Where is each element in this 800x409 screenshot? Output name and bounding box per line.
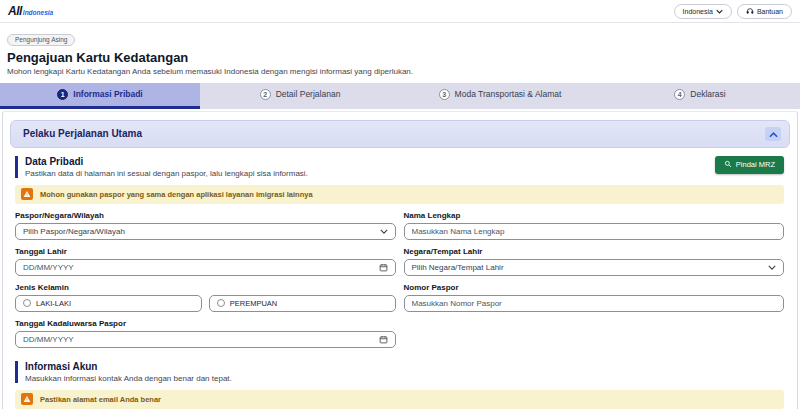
personal-data-subtitle: Pastikan data di halaman ini sesuai deng… [25, 169, 308, 178]
field-label: Nama Lengkap [404, 211, 785, 220]
page-title: Pengajuan Kartu Kedatangan [7, 50, 793, 65]
magnifier-icon [724, 160, 732, 170]
step-label: Informasi Pribadi [73, 89, 142, 99]
personal-data-body: Data Pribadi Pastikan data di halaman in… [3, 148, 797, 409]
visitor-type-badge: Pengunjung Asing [7, 34, 75, 46]
scan-mrz-button[interactable]: Pindai MRZ [715, 156, 784, 174]
account-info-heading: Informasi Akun Masukkan informasi kontak… [15, 361, 784, 383]
radio-icon [23, 299, 31, 307]
select-placeholder: Pilih Negara/Tempat Lahir [412, 263, 769, 272]
field-birth-country: Negara/Tempat Lahir Pilih Negara/Tempat … [404, 247, 785, 276]
passport-expiry-control [15, 331, 396, 348]
field-birth-date: Tanggal Lahir [15, 247, 396, 276]
warning-icon [21, 188, 33, 200]
logo-text-primary: All [8, 5, 22, 17]
tab-moda-transportasi-alamat[interactable]: 3 Moda Transportasi & Alamat [400, 83, 600, 109]
birth-date-control [15, 259, 396, 276]
field-label: Tanggal Kadaluwarsa Paspor [15, 319, 396, 328]
traveler-section-header[interactable]: Pelaku Perjalanan Utama [10, 120, 790, 148]
passport-warning-banner: Mohon gunakan paspor yang sama dengan ap… [15, 185, 784, 204]
step-number: 1 [57, 89, 68, 100]
passport-number-control [404, 295, 785, 312]
chevron-down-icon [380, 229, 388, 234]
chevron-down-icon [716, 9, 723, 14]
help-label: Bantuan [757, 8, 783, 15]
scan-mrz-label: Pindai MRZ [736, 160, 775, 169]
step-label: Detail Perjalanan [276, 89, 341, 99]
tab-detail-perjalanan[interactable]: 2 Detail Perjalanan [200, 83, 400, 109]
headset-icon [746, 7, 754, 15]
step-number: 2 [260, 89, 271, 100]
gender-option-male[interactable]: LAKI-LAKI [15, 295, 202, 312]
radio-icon [217, 299, 225, 307]
page-subtitle: Mohon lengkapi Kartu Kedatangan Anda seb… [7, 67, 793, 76]
page-head: Pengunjung Asing Pengajuan Kartu Kedatan… [0, 23, 800, 80]
field-passport-country: Paspor/Negara/Wilayah Pilih Paspor/Negar… [15, 211, 396, 240]
grid-spacer [404, 319, 785, 348]
select-placeholder: Pilih Paspor/Negara/Wilayah [23, 227, 380, 236]
field-label: Tanggal Lahir [15, 247, 396, 256]
step-number: 3 [439, 89, 450, 100]
full-name-input[interactable] [412, 227, 777, 236]
main-form-card: Pelaku Perjalanan Utama Data Pribadi Pas… [2, 111, 798, 409]
radio-label: PEREMPUAN [230, 299, 278, 308]
passport-expiry-input[interactable] [23, 335, 379, 344]
header-actions: Indonesia Bantuan [674, 4, 792, 19]
app-header: All Indonesia Indonesia Bantuan [0, 0, 800, 23]
passport-warning-text: Mohon gunakan paspor yang sama dengan ap… [40, 190, 313, 199]
personal-data-heading: Data Pribadi Pastikan data di halaman in… [15, 156, 308, 178]
field-passport-expiry: Tanggal Kadaluwarsa Paspor [15, 319, 396, 348]
chevron-up-icon [769, 126, 778, 141]
help-button[interactable]: Bantuan [737, 4, 792, 19]
step-number: 4 [674, 89, 685, 100]
tab-informasi-pribadi[interactable]: 1 Informasi Pribadi [0, 83, 200, 109]
collapse-section-button[interactable] [765, 127, 781, 141]
account-info-title: Informasi Akun [25, 361, 784, 372]
step-label: Moda Transportasi & Alamat [455, 89, 562, 99]
personal-data-header-row: Data Pribadi Pastikan data di halaman in… [15, 156, 784, 178]
full-name-control [404, 223, 785, 240]
warning-icon [21, 393, 33, 405]
step-label: Deklarasi [690, 89, 725, 99]
birth-country-select[interactable]: Pilih Negara/Tempat Lahir [404, 259, 785, 276]
tab-deklarasi[interactable]: 4 Deklarasi [600, 83, 800, 109]
field-full-name: Nama Lengkap [404, 211, 785, 240]
language-label: Indonesia [683, 8, 713, 15]
email-warning-banner: Pastikan alamat email Anda benar [15, 390, 784, 409]
stepper: 1 Informasi Pribadi 2 Detail Perjalanan … [0, 83, 800, 109]
traveler-section-title: Pelaku Perjalanan Utama [23, 128, 142, 139]
personal-data-form: Paspor/Negara/Wilayah Pilih Paspor/Negar… [15, 211, 784, 348]
radio-label: LAKI-LAKI [36, 299, 71, 308]
field-gender: Jenis Kelamin LAKI-LAKI PEREMPUAN [15, 283, 396, 312]
birth-date-input[interactable] [23, 263, 379, 272]
account-info-subtitle: Masukkan informasi kontak Anda dengan be… [25, 374, 784, 383]
field-label: Jenis Kelamin [15, 283, 396, 292]
personal-data-title: Data Pribadi [25, 156, 308, 167]
field-label: Negara/Tempat Lahir [404, 247, 785, 256]
field-label: Paspor/Negara/Wilayah [15, 211, 396, 220]
gender-options: LAKI-LAKI PEREMPUAN [15, 295, 396, 312]
account-info-section: Informasi Akun Masukkan informasi kontak… [15, 361, 784, 409]
gender-option-female[interactable]: PEREMPUAN [209, 295, 396, 312]
passport-country-select[interactable]: Pilih Paspor/Negara/Wilayah [15, 223, 396, 240]
field-passport-number: Nomor Paspor [404, 283, 785, 312]
logo-text-secondary: Indonesia [23, 10, 53, 17]
calendar-icon[interactable] [379, 263, 388, 272]
email-warning-text: Pastikan alamat email Anda benar [40, 395, 161, 404]
calendar-icon[interactable] [379, 335, 388, 344]
field-label: Nomor Paspor [404, 283, 785, 292]
chevron-down-icon [768, 265, 776, 270]
passport-number-input[interactable] [412, 299, 777, 308]
language-selector[interactable]: Indonesia [674, 4, 732, 19]
app-logo[interactable]: All Indonesia [8, 5, 53, 17]
